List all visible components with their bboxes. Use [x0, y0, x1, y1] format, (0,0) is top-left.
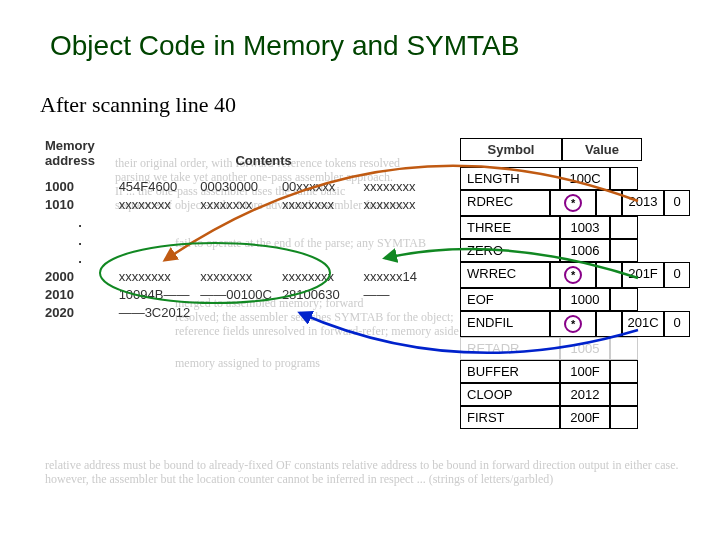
forward-ref-marker-icon: * [564, 315, 582, 333]
symbol-flag [610, 167, 638, 190]
memory-addr: 1010 [45, 197, 115, 212]
symbol-name: ENDFIL [460, 311, 550, 337]
memory-addr: 2000 [45, 269, 115, 284]
memory-word: 10094B—— [119, 287, 197, 302]
symbol-row: ZERO1006 [460, 239, 690, 262]
symbol-name: BUFFER [460, 360, 560, 383]
symbol-flag [610, 337, 638, 360]
symbol-flag [610, 288, 638, 311]
symbol-ext-value: 201F [622, 262, 664, 288]
symbol-name: CLOOP [460, 383, 560, 406]
memory-word: xxxxxxxx [200, 197, 278, 212]
symbol-row: RETADR1005 [460, 337, 690, 360]
slide: Object Code in Memory and SYMTAB After s… [0, 0, 720, 540]
memory-addr: 2010 [45, 287, 115, 302]
memory-word: xxxxxxxx [119, 269, 197, 284]
symbol-value: 1006 [560, 239, 610, 262]
symbol-value: 200F [560, 406, 610, 429]
symbol-ext-value: 201C [622, 311, 664, 337]
ghost-text-bottom: relative address must be bound to alread… [45, 458, 685, 486]
memory-header-address: Memoryaddress [45, 138, 115, 168]
memory-word: 454F4600 [119, 179, 197, 194]
symbol-name: LENGTH [460, 167, 560, 190]
symbol-ext-flag: 0 [664, 311, 690, 337]
memory-word: xxxxxxxx [282, 197, 360, 212]
symbol-row: FIRST200F [460, 406, 690, 429]
memory-row: 1010 xxxxxxxx xxxxxxxx xxxxxxxx xxxxxxxx [45, 197, 445, 212]
slide-subtitle: After scanning line 40 [40, 92, 690, 118]
symbol-value: 1005 [560, 337, 610, 360]
symbol-name: THREE [460, 216, 560, 239]
symbol-value: * [550, 190, 596, 216]
memory-header: Memoryaddress Contents [45, 138, 445, 168]
symbol-name: ZERO [460, 239, 560, 262]
memory-row: 2010 10094B—— ——00100C 28100630 —— [45, 287, 445, 302]
symbol-value: 100F [560, 360, 610, 383]
symbol-header: Symbol Value [460, 138, 690, 161]
symbol-row: ENDFIL*201C0 [460, 311, 690, 337]
memory-word: 00030000 [200, 179, 278, 194]
symbol-value: 1000 [560, 288, 610, 311]
memory-word: xxxxxxxx [282, 269, 360, 284]
memory-word: xxxxxxxx [200, 269, 278, 284]
symbol-row: EOF1000 [460, 288, 690, 311]
symbol-flag [610, 406, 638, 429]
memory-word: xxxxxxxx [119, 197, 197, 212]
symbol-row: RDREC*20130 [460, 190, 690, 216]
memory-row: 2020 ——3C2012 [45, 305, 445, 320]
memory-dots: . [45, 233, 445, 248]
symbol-flag [596, 190, 622, 216]
symbol-flag [610, 239, 638, 262]
symbol-row: LENGTH100C [460, 167, 690, 190]
memory-word: xxxxxxxx [364, 179, 442, 194]
memory-dots: . [45, 215, 445, 230]
symbol-value: * [550, 262, 596, 288]
memory-table: Memoryaddress Contents 1000 454F4600 000… [45, 138, 445, 320]
symbol-flag [610, 383, 638, 406]
symbol-value: * [550, 311, 596, 337]
ghost-text-4: memory assigned to programs [175, 356, 465, 370]
content-area: their original order, with forward-refer… [30, 138, 690, 508]
symbol-ext-flag: 0 [664, 190, 690, 216]
memory-word: xxxxxx14 [364, 269, 442, 284]
symbol-name: RETADR [460, 337, 560, 360]
symbol-row: CLOOP2012 [460, 383, 690, 406]
symbol-row: THREE1003 [460, 216, 690, 239]
symbol-header-symbol: Symbol [460, 138, 562, 161]
symbol-table: Symbol Value LENGTH100CRDREC*20130THREE1… [460, 138, 690, 429]
memory-row: 2000 xxxxxxxx xxxxxxxx xxxxxxxx xxxxxx14 [45, 269, 445, 284]
memory-dots: . [45, 251, 445, 266]
symbol-value: 1003 [560, 216, 610, 239]
symbol-flag [610, 216, 638, 239]
symbol-ext-value: 2013 [622, 190, 664, 216]
memory-word: 28100630 [282, 287, 360, 302]
symbol-value: 2012 [560, 383, 610, 406]
symbol-header-value: Value [562, 138, 642, 161]
memory-addr: 2020 [45, 305, 115, 320]
slide-title: Object Code in Memory and SYMTAB [50, 30, 690, 62]
symbol-row: BUFFER100F [460, 360, 690, 383]
memory-header-contents: Contents [119, 153, 409, 168]
symbol-flag [596, 262, 622, 288]
symbol-ext-flag: 0 [664, 262, 690, 288]
memory-word: ——3C2012 [119, 305, 197, 320]
memory-word: xxxxxxxx [364, 197, 442, 212]
memory-addr: 1000 [45, 179, 115, 194]
memory-word: —— [364, 287, 442, 302]
symbol-row: WRREC*201F0 [460, 262, 690, 288]
symbol-flag [610, 360, 638, 383]
memory-word: 00xxxxxx [282, 179, 360, 194]
symbol-value: 100C [560, 167, 610, 190]
memory-word: ——00100C [200, 287, 278, 302]
forward-ref-marker-icon: * [564, 266, 582, 284]
symbol-name: FIRST [460, 406, 560, 429]
forward-ref-marker-icon: * [564, 194, 582, 212]
symbol-flag [596, 311, 622, 337]
symbol-name: RDREC [460, 190, 550, 216]
symbol-name: EOF [460, 288, 560, 311]
symbol-name: WRREC [460, 262, 550, 288]
memory-row: 1000 454F4600 00030000 00xxxxxx xxxxxxxx [45, 179, 445, 194]
